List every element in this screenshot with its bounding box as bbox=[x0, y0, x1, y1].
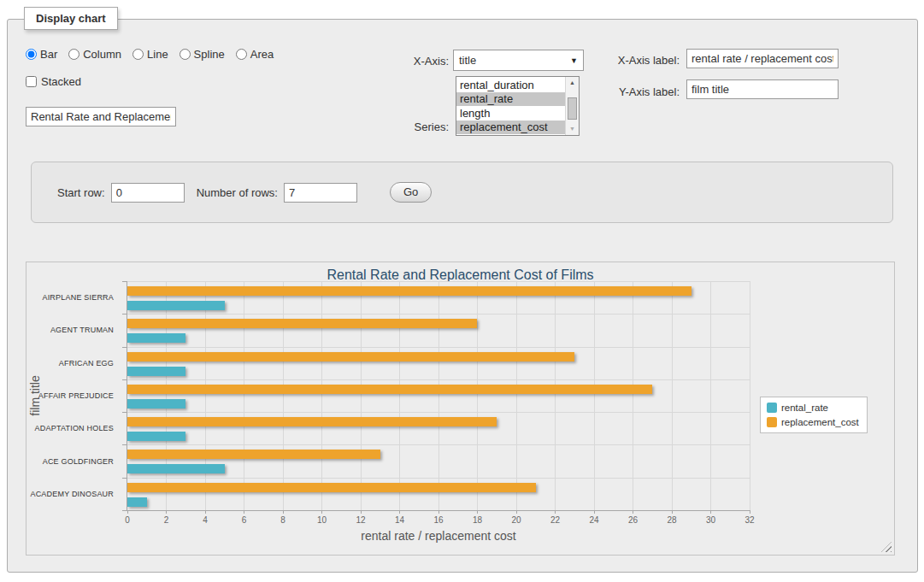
scrollbar-thumb[interactable] bbox=[568, 97, 577, 120]
series-option-rental_rate[interactable]: rental_rate bbox=[456, 92, 565, 107]
category-label: ADAPTATION HOLES bbox=[35, 424, 114, 432]
stacked-checkbox-row[interactable]: Stacked bbox=[26, 75, 81, 88]
series-options: rental_durationrental_ratelengthreplacem… bbox=[456, 78, 565, 134]
x-tick-label: 28 bbox=[667, 515, 676, 525]
rental_rate-bar[interactable] bbox=[127, 301, 225, 310]
gridline bbox=[438, 281, 439, 510]
y-axis-label-input[interactable] bbox=[686, 79, 839, 99]
series-option-replacement_cost[interactable]: replacement_cost bbox=[456, 121, 565, 135]
chart-type-label: Spline bbox=[194, 48, 225, 61]
chart-type-bar[interactable]: Bar bbox=[26, 48, 57, 61]
axis-tick bbox=[438, 510, 439, 514]
scroll-down-icon[interactable]: ▼ bbox=[566, 123, 579, 135]
gridline bbox=[361, 281, 362, 510]
series-option-length[interactable]: length bbox=[456, 106, 565, 121]
chart-type-line-radio[interactable] bbox=[132, 49, 144, 60]
category-label: ACADEMY DINOSAUR bbox=[30, 490, 114, 498]
x-tick-label: 18 bbox=[473, 515, 482, 525]
replacement_cost-bar[interactable] bbox=[127, 483, 536, 492]
gridline bbox=[166, 281, 167, 510]
replacement_cost-bar[interactable] bbox=[127, 352, 574, 362]
axis-tick bbox=[122, 478, 127, 479]
series-list-label: Series: bbox=[350, 121, 449, 133]
rental_rate-bar[interactable] bbox=[127, 399, 185, 409]
rental_rate-bar[interactable] bbox=[127, 367, 185, 376]
chart-type-spline-radio[interactable] bbox=[180, 49, 191, 60]
rental_rate-bar[interactable] bbox=[127, 497, 147, 507]
chart-container: Rental Rate and Replacement Cost of Film… bbox=[26, 262, 895, 556]
legend-swatch-icon bbox=[767, 417, 777, 427]
replacement_cost-bar[interactable] bbox=[127, 319, 477, 328]
axis-tick bbox=[750, 510, 750, 514]
chart-type-column-radio[interactable] bbox=[68, 49, 79, 60]
x-tick-label: 30 bbox=[706, 515, 715, 525]
num-rows-label: Number of rows: bbox=[197, 186, 278, 199]
axis-tick bbox=[122, 379, 127, 380]
chart-title-input[interactable] bbox=[26, 107, 176, 126]
chart-type-label: Area bbox=[250, 48, 274, 61]
num-rows-input[interactable] bbox=[284, 183, 357, 203]
category-label: ACE GOLDFINGER bbox=[43, 457, 114, 466]
chart-type-area-radio[interactable] bbox=[236, 49, 247, 60]
category-label: AFRICAN EGG bbox=[59, 359, 114, 367]
start-row-input[interactable] bbox=[111, 183, 185, 203]
gridline bbox=[127, 412, 750, 413]
replacement_cost-bar[interactable] bbox=[127, 385, 652, 394]
stacked-checkbox[interactable] bbox=[26, 76, 37, 87]
replacement_cost-bar[interactable] bbox=[127, 417, 497, 426]
gridline bbox=[672, 281, 673, 510]
gridline bbox=[477, 281, 478, 510]
axis-tick bbox=[244, 510, 244, 514]
legend-item-replacement_cost[interactable]: replacement_cost bbox=[767, 417, 859, 427]
chart-type-column[interactable]: Column bbox=[68, 48, 121, 61]
stacked-label: Stacked bbox=[41, 75, 81, 88]
y-axis-title: film title bbox=[28, 375, 42, 415]
gridline bbox=[244, 281, 244, 510]
x-tick-label: 6 bbox=[242, 515, 247, 525]
rental_rate-bar[interactable] bbox=[127, 464, 225, 473]
x-tick-label: 2 bbox=[164, 515, 169, 525]
y-axis-label-label: Y-Axis label: bbox=[563, 85, 680, 98]
x-tick-label: 20 bbox=[511, 515, 521, 525]
axis-tick bbox=[122, 347, 127, 348]
legend-label: rental_rate bbox=[781, 403, 828, 413]
series-option-rental_duration[interactable]: rental_duration bbox=[456, 78, 565, 92]
axis-tick bbox=[166, 510, 167, 514]
replacement_cost-bar[interactable] bbox=[127, 450, 380, 459]
chart-type-spline[interactable]: Spline bbox=[180, 48, 225, 61]
rental_rate-bar[interactable] bbox=[127, 333, 185, 343]
axis-tick bbox=[122, 444, 127, 445]
category-label: AGENT TRUMAN bbox=[50, 326, 114, 334]
legend-label: replacement_cost bbox=[781, 417, 859, 427]
x-tick-label: 10 bbox=[317, 515, 327, 525]
start-row-label: Start row: bbox=[57, 186, 105, 199]
gridline bbox=[127, 478, 750, 479]
resize-grip-icon[interactable] bbox=[881, 542, 892, 552]
category-label: AFFAIR PREJUDICE bbox=[38, 391, 114, 400]
x-axis-label-label: X-Axis label: bbox=[563, 54, 680, 67]
x-tick-label: 14 bbox=[395, 515, 404, 525]
category-label: AIRPLANE SIERRA bbox=[42, 293, 114, 302]
axis-tick bbox=[672, 510, 673, 514]
axis-tick bbox=[361, 510, 362, 514]
legend-item-rental_rate[interactable]: rental_rate bbox=[767, 403, 859, 413]
axis-tick bbox=[205, 510, 206, 514]
gridline bbox=[127, 444, 750, 445]
chart-type-bar-radio[interactable] bbox=[26, 49, 37, 60]
chart-legend: rental_ratereplacement_cost bbox=[760, 397, 868, 433]
chart-type-line[interactable]: Line bbox=[132, 48, 168, 61]
go-button[interactable]: Go bbox=[390, 182, 432, 203]
series-listbox[interactable]: rental_durationrental_ratelengthreplacem… bbox=[456, 76, 580, 136]
display-chart-panel: Display chart BarColumnLineSplineArea St… bbox=[7, 19, 918, 573]
gridline bbox=[127, 379, 750, 380]
replacement_cost-bar[interactable] bbox=[127, 286, 692, 296]
chart-type-label: Column bbox=[83, 48, 121, 61]
rental_rate-bar[interactable] bbox=[127, 432, 185, 441]
gridline bbox=[321, 281, 322, 510]
axis-tick bbox=[283, 510, 284, 514]
axis-tick bbox=[122, 281, 127, 282]
axis-tick bbox=[516, 510, 517, 514]
chart-type-area[interactable]: Area bbox=[236, 48, 274, 61]
legend-swatch-icon bbox=[767, 403, 777, 413]
x-axis-label-input[interactable] bbox=[686, 49, 839, 68]
